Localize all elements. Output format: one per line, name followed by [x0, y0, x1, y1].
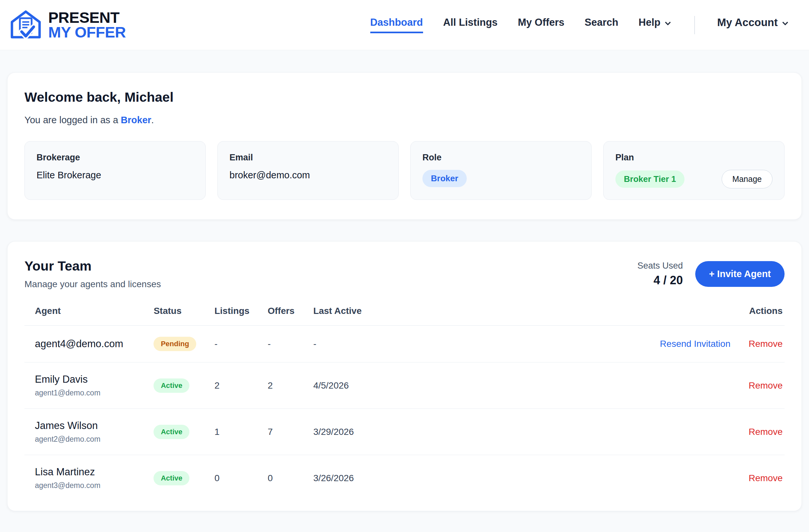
nav-item-search[interactable]: Search — [585, 17, 618, 33]
team-table: Agent Status Listings Offers Last Active… — [24, 299, 785, 501]
agent-name: agent4@demo.com — [35, 338, 154, 350]
info-value-brokerage: Elite Brokerage — [36, 170, 194, 181]
team-header-right: Seats Used 4 / 20 + Invite Agent — [638, 261, 785, 287]
status-badge: Active — [154, 425, 189, 439]
team-header-left: Your Team Manage your agents and license… — [24, 258, 161, 290]
account-info-grid: Brokerage Elite Brokerage Email broker@d… — [24, 141, 785, 200]
seats-used: Seats Used 4 / 20 — [638, 261, 683, 287]
listings-count: 0 — [214, 455, 268, 501]
info-box-role: Role Broker — [410, 141, 591, 200]
last-active-date: 3/29/2026 — [313, 409, 412, 455]
remove-agent-link[interactable]: Remove — [749, 473, 782, 483]
my-account-label: My Account — [717, 16, 778, 29]
login-status-line: You are logged in as a Broker. — [24, 115, 785, 125]
house-check-logo-icon — [8, 10, 43, 41]
table-header-row: Agent Status Listings Offers Last Active… — [24, 299, 785, 326]
info-label-email: Email — [229, 153, 386, 163]
nav-item-help-label: Help — [638, 17, 660, 28]
agent-name: Lisa Martinez — [35, 466, 154, 478]
top-navigation-bar: PRESENT MY OFFER Dashboard All Listings … — [0, 0, 809, 50]
agent-name: Emily Davis — [35, 374, 154, 385]
info-box-plan: Plan Broker Tier 1 Manage — [603, 141, 785, 200]
column-header-status: Status — [154, 299, 214, 326]
team-title: Your Team — [24, 258, 161, 274]
offers-count: 2 — [268, 362, 313, 409]
info-value-email: broker@demo.com — [229, 170, 386, 181]
column-header-actions: Actions — [412, 299, 785, 326]
remove-agent-link[interactable]: Remove — [749, 427, 782, 437]
column-header-last-active: Last Active — [313, 299, 412, 326]
team-card: Your Team Manage your agents and license… — [7, 241, 802, 511]
info-label-role: Role — [423, 153, 580, 163]
column-header-agent: Agent — [24, 299, 154, 326]
agent-email: agent3@demo.com — [35, 481, 154, 490]
offers-count: 7 — [268, 409, 313, 455]
invite-agent-button[interactable]: + Invite Agent — [695, 261, 785, 287]
table-row: James Wilson agent2@demo.com Active 1 7 … — [24, 409, 785, 455]
nav-item-help[interactable]: Help — [638, 17, 672, 33]
plan-badge: Broker Tier 1 — [615, 171, 685, 188]
chevron-down-icon — [664, 19, 672, 28]
chevron-down-icon — [781, 19, 789, 28]
seats-used-value: 4 / 20 — [638, 274, 683, 287]
table-row: Emily Davis agent1@demo.com Active 2 2 4… — [24, 362, 785, 409]
info-label-plan: Plan — [615, 153, 773, 163]
brand-name-line1: PRESENT — [48, 11, 126, 25]
brand-logo[interactable]: PRESENT MY OFFER — [8, 10, 126, 41]
nav-item-dashboard[interactable]: Dashboard — [370, 17, 423, 33]
last-active-date: - — [313, 326, 412, 362]
column-header-listings: Listings — [214, 299, 268, 326]
plan-row: Broker Tier 1 Manage — [615, 170, 773, 188]
role-badge: Broker — [423, 170, 467, 187]
table-row: Lisa Martinez agent3@demo.com Active 0 0… — [24, 455, 785, 501]
status-badge: Pending — [154, 337, 196, 351]
team-subtitle: Manage your agents and licenses — [24, 279, 161, 290]
team-header: Your Team Manage your agents and license… — [24, 258, 785, 290]
info-label-brokerage: Brokerage — [36, 153, 194, 163]
resend-invitation-link[interactable]: Resend Invitation — [660, 339, 730, 349]
offers-count: 0 — [268, 455, 313, 501]
status-badge: Active — [154, 471, 189, 485]
remove-agent-link[interactable]: Remove — [749, 380, 782, 391]
login-role: Broker — [121, 115, 152, 125]
table-row: agent4@demo.com Pending - - - Resend Inv… — [24, 326, 785, 362]
brand-name-line2: MY OFFER — [48, 25, 126, 39]
manage-plan-button[interactable]: Manage — [722, 170, 773, 188]
agent-email: agent2@demo.com — [35, 435, 154, 444]
offers-count: - — [268, 326, 313, 362]
column-header-offers: Offers — [268, 299, 313, 326]
nav-item-my-offers[interactable]: My Offers — [518, 17, 565, 33]
listings-count: 1 — [214, 409, 268, 455]
nav-item-all-listings[interactable]: All Listings — [443, 17, 498, 33]
welcome-card: Welcome back, Michael You are logged in … — [7, 72, 802, 220]
last-active-date: 3/26/2026 — [313, 455, 412, 501]
login-prefix: You are logged in as a — [24, 115, 121, 125]
info-box-email: Email broker@demo.com — [218, 141, 399, 200]
seats-used-label: Seats Used — [638, 261, 683, 271]
main-nav: Dashboard All Listings My Offers Search … — [370, 16, 789, 34]
remove-agent-link[interactable]: Remove — [749, 339, 782, 349]
nav-item-my-account[interactable]: My Account — [717, 16, 789, 34]
brand-name: PRESENT MY OFFER — [48, 11, 126, 39]
main-content: Welcome back, Michael You are logged in … — [0, 72, 809, 511]
last-active-date: 4/5/2026 — [313, 362, 412, 409]
info-box-brokerage: Brokerage Elite Brokerage — [24, 141, 206, 200]
listings-count: - — [214, 326, 268, 362]
welcome-title: Welcome back, Michael — [24, 90, 785, 105]
status-badge: Active — [154, 378, 189, 393]
agent-email: agent1@demo.com — [35, 389, 154, 397]
agent-name: James Wilson — [35, 420, 154, 432]
login-suffix: . — [151, 115, 154, 125]
nav-divider — [694, 16, 695, 34]
listings-count: 2 — [214, 362, 268, 409]
